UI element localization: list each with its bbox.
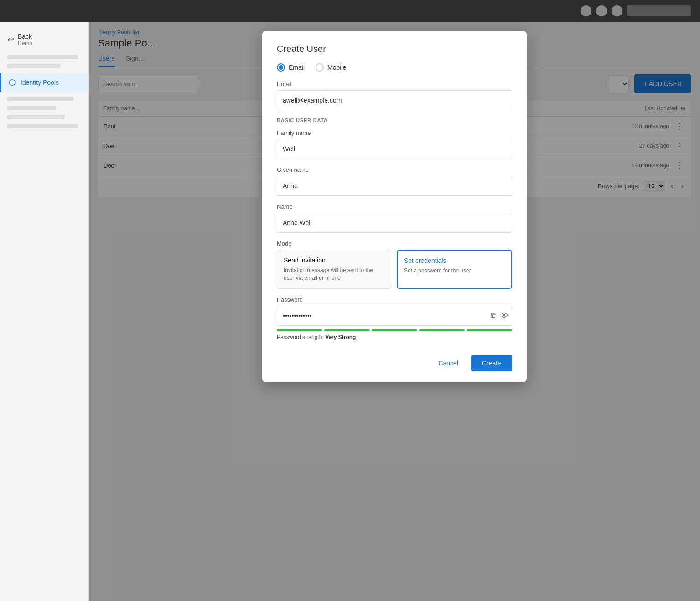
copy-password-icon[interactable]: ⧉ xyxy=(491,311,497,320)
radio-email-label: Email xyxy=(289,64,305,71)
mode-invite-title: Send invitation xyxy=(284,257,384,264)
given-name-label: Given name xyxy=(277,166,512,173)
modal-title: Create User xyxy=(277,44,512,54)
password-label: Password xyxy=(277,296,512,303)
sidebar-skeleton-4 xyxy=(7,106,56,110)
sidebar-skeleton-2 xyxy=(7,64,60,68)
strength-seg-2 xyxy=(324,329,370,331)
sidebar-skeleton-3 xyxy=(7,97,74,101)
password-strength-bar xyxy=(277,329,512,331)
sidebar-item-identity-pools[interactable]: ⬡ Identity Pools xyxy=(0,73,88,92)
main-area: ↩ Back Demo ⬡ Identity Pools Identity Po… xyxy=(0,22,700,601)
content-area: Identity Pools list Sample Po... Users S… xyxy=(89,22,700,601)
mode-credentials-title: Set credentials xyxy=(404,257,505,264)
create-button[interactable]: Create xyxy=(471,355,512,371)
name-label: Name xyxy=(277,203,512,210)
cancel-button[interactable]: Cancel xyxy=(431,355,466,371)
password-input[interactable] xyxy=(277,306,512,326)
mode-credentials-desc: Set a password for the user xyxy=(404,267,505,275)
strength-seg-1 xyxy=(277,329,322,331)
password-icons: ⧉ 👁 xyxy=(491,311,508,320)
strength-seg-5 xyxy=(467,329,512,331)
window-control-2[interactable] xyxy=(596,5,607,16)
modal-overlay: Create User Email Mobile Email xyxy=(89,22,700,601)
mode-invite-desc: Invitation message will be sent to the u… xyxy=(284,267,384,282)
mode-card-invite[interactable]: Send invitation Invitation message will … xyxy=(277,250,391,289)
mode-label: Mode xyxy=(277,240,512,247)
toggle-password-icon[interactable]: 👁 xyxy=(500,311,508,320)
radio-email-circle xyxy=(277,63,285,72)
sidebar-item-label: Identity Pools xyxy=(21,79,59,86)
back-nav[interactable]: ↩ Back Demo xyxy=(0,29,88,50)
password-strength-text: Password strength: Very Strong xyxy=(277,334,512,340)
email-input[interactable] xyxy=(277,90,512,110)
back-sub: Demo xyxy=(18,40,32,46)
strength-value: Very Strong xyxy=(325,334,356,340)
top-bar xyxy=(0,0,700,22)
sidebar-skeleton-6 xyxy=(7,124,78,128)
email-label: Email xyxy=(277,81,512,87)
radio-mobile-circle xyxy=(316,63,324,72)
window-control-1[interactable] xyxy=(581,5,591,16)
back-label: Back xyxy=(18,33,32,40)
name-input[interactable] xyxy=(277,213,512,233)
section-basic-user-data: BASIC USER DATA xyxy=(277,118,512,123)
radio-mobile[interactable]: Mobile xyxy=(316,63,346,72)
sidebar: ↩ Back Demo ⬡ Identity Pools xyxy=(0,22,89,601)
mode-card-credentials[interactable]: Set credentials Set a password for the u… xyxy=(397,250,512,289)
create-user-modal: Create User Email Mobile Email xyxy=(262,31,527,382)
back-icon: ↩ xyxy=(7,35,14,45)
mode-cards: Send invitation Invitation message will … xyxy=(277,250,512,289)
sidebar-skeleton-1 xyxy=(7,55,78,59)
strength-seg-4 xyxy=(419,329,465,331)
strength-seg-3 xyxy=(372,329,417,331)
sidebar-skeleton-5 xyxy=(7,115,65,119)
password-wrapper: ⧉ 👁 xyxy=(277,306,512,326)
family-name-label: Family name xyxy=(277,129,512,136)
given-name-input[interactable] xyxy=(277,176,512,196)
address-bar[interactable] xyxy=(627,5,691,16)
contact-type-radio-group: Email Mobile xyxy=(277,63,512,72)
radio-mobile-label: Mobile xyxy=(327,64,346,71)
radio-email-inner xyxy=(279,65,283,70)
modal-footer: Cancel Create xyxy=(277,349,512,371)
family-name-input[interactable] xyxy=(277,139,512,159)
window-control-3[interactable] xyxy=(612,5,622,16)
radio-email[interactable]: Email xyxy=(277,63,305,72)
identity-pools-icon: ⬡ xyxy=(9,77,16,87)
